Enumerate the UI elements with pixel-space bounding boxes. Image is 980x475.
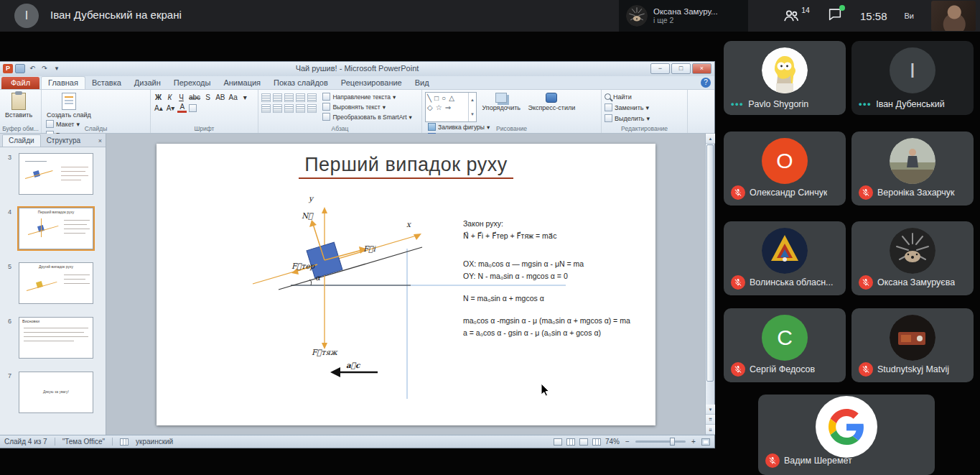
tab-transitions[interactable]: Переходы [167, 77, 218, 89]
tab-home[interactable]: Главная [41, 76, 85, 89]
scrollbar-thumb[interactable] [706, 144, 714, 382]
participant-tile[interactable]: O Олександр Синчук [724, 132, 846, 206]
shape-diamond-icon[interactable]: ◇ [427, 103, 433, 112]
participant-tile[interactable]: Studnytskyj Matvij [851, 308, 974, 382]
tab-view[interactable]: Вид [409, 77, 436, 89]
language-indicator[interactable]: украинский [136, 438, 173, 446]
fit-to-window-icon[interactable] [701, 438, 710, 446]
powerpoint-app-icon[interactable]: P [3, 64, 13, 73]
pane-tab-slides[interactable]: Слайди [2, 134, 41, 147]
align-center-icon[interactable] [273, 104, 282, 113]
tab-design[interactable]: Дизайн [128, 77, 167, 89]
increase-indent-icon[interactable] [296, 93, 305, 102]
align-right-icon[interactable] [284, 104, 294, 113]
shape-star-icon[interactable]: ☆ [436, 103, 442, 112]
zoom-in-button[interactable]: + [690, 438, 697, 446]
qat-dropdown-icon[interactable]: ▾ [52, 64, 62, 73]
tab-slideshow[interactable]: Показ слайдов [267, 77, 335, 89]
participant-tile[interactable]: Волинська обласн... [724, 221, 846, 295]
shape-rect-icon[interactable]: □ [434, 93, 439, 103]
slide-thumbnail-5[interactable]: Другий випадок руху [19, 262, 93, 304]
participant-tile[interactable]: C Сергій Федосов [724, 308, 846, 382]
select-button[interactable]: Выделить▾ [605, 114, 650, 123]
columns-icon[interactable] [307, 104, 317, 113]
scroll-up-button[interactable]: ▲ [706, 134, 715, 144]
find-button[interactable]: Найти [605, 92, 650, 101]
close-button[interactable]: × [692, 63, 711, 74]
grow-font-button[interactable]: А▴ [154, 104, 164, 112]
align-text-button[interactable]: Выровнять текст▾ [322, 102, 411, 111]
redo-icon[interactable]: ↷ [39, 64, 50, 73]
clear-formatting-icon[interactable] [189, 104, 197, 112]
pinned-participant-tile[interactable]: Оксана Замуру... і ще 2 [619, 0, 748, 32]
font-color-button[interactable]: А [177, 103, 187, 113]
align-left-icon[interactable] [261, 104, 271, 113]
spellcheck-icon[interactable] [120, 438, 129, 446]
arrange-button[interactable]: Упорядочить [480, 92, 523, 112]
tab-insert[interactable]: Вставка [85, 77, 128, 89]
shapes-gallery[interactable]: ╲ □ ○ △ ◇ ☆ ⇒ ▲ ▼ [425, 92, 477, 122]
undo-icon[interactable]: ↶ [27, 64, 37, 73]
italic-button[interactable]: К [165, 93, 174, 101]
slideshow-view-icon[interactable] [592, 438, 601, 446]
participant-tile[interactable]: Вадим Шеремет [758, 395, 935, 475]
shape-triangle-icon[interactable]: △ [449, 93, 454, 103]
tab-file[interactable]: Файл [1, 77, 39, 89]
new-slide-button[interactable]: Создать слайд [45, 92, 93, 119]
zoom-slider[interactable] [635, 441, 686, 443]
pane-tab-outline[interactable]: Структура [41, 135, 86, 147]
slide-thumbnail-6[interactable]: Висновки [19, 317, 93, 359]
char-spacing-button[interactable]: АВ [215, 93, 225, 101]
bullets-icon[interactable] [261, 93, 271, 102]
maximize-button[interactable]: □ [671, 63, 691, 74]
shrink-font-button[interactable]: А▾ [166, 104, 176, 112]
quick-styles-button[interactable]: Экспресс-стили [526, 92, 577, 112]
gallery-up-icon[interactable]: ▲ [470, 98, 475, 102]
zoom-out-button[interactable]: − [624, 438, 631, 446]
participant-tile[interactable]: I ••• Іван Дубенський [851, 41, 974, 115]
shape-circle-icon[interactable]: ○ [442, 93, 446, 103]
underline-button[interactable]: Ч [177, 93, 186, 101]
tab-animations[interactable]: Анимация [217, 77, 267, 89]
participant-tile[interactable]: Оксана Замуруєва [851, 221, 974, 295]
slide-thumbnail-7[interactable]: Дякую за увагу! [19, 372, 93, 413]
reading-view-icon[interactable] [579, 438, 588, 446]
minimize-button[interactable]: − [650, 63, 670, 74]
save-icon[interactable] [15, 64, 25, 73]
decrease-indent-icon[interactable] [284, 93, 294, 102]
normal-view-icon[interactable] [554, 438, 562, 446]
smartart-button[interactable]: Преобразовать в SmartArt▾ [322, 112, 411, 121]
participant-tile[interactable]: ••• Pavlo Shygorin [724, 41, 846, 115]
slide-thumbnail-4-selected[interactable]: Перший випадок руху [19, 208, 93, 249]
bold-button[interactable]: Ж [154, 93, 163, 101]
slide-editor[interactable]: Перший випадок руху [106, 134, 705, 435]
help-icon[interactable]: ? [701, 78, 711, 88]
zoom-slider-thumb[interactable] [670, 438, 675, 446]
slide-sorter-view-icon[interactable] [566, 438, 575, 446]
self-video-thumbnail[interactable] [931, 1, 976, 31]
ppt-titlebar[interactable]: P ↶ ↷ ▾ Чай рушив! - Microsoft PowerPoin… [0, 62, 714, 76]
gallery-down-icon[interactable]: ▼ [470, 112, 475, 116]
tab-review[interactable]: Рецензирование [335, 77, 409, 89]
justify-icon[interactable] [296, 104, 305, 113]
tile-menu-icon[interactable]: ••• [731, 101, 744, 108]
pane-close-icon[interactable]: × [98, 137, 102, 144]
next-slide-button[interactable]: ⇊ [706, 425, 715, 435]
numbering-icon[interactable] [273, 93, 282, 102]
scroll-down-button[interactable]: ▼ [706, 405, 715, 415]
shadow-button[interactable]: S [203, 93, 213, 101]
shape-line-icon[interactable]: ╲ [427, 93, 431, 103]
line-spacing-icon[interactable] [307, 93, 317, 102]
chat-button[interactable] [827, 6, 843, 25]
gallery-scroll[interactable]: ▲ ▼ [468, 93, 476, 121]
participant-tile[interactable]: Вероніка Захарчук [851, 132, 974, 206]
slide-thumbnail-3[interactable] [19, 153, 93, 195]
shape-arrow-icon[interactable]: ⇒ [445, 103, 451, 112]
previous-slide-button[interactable]: ⇈ [706, 415, 715, 425]
change-case-button[interactable]: Аа [228, 93, 238, 101]
vertical-scrollbar[interactable]: ▲ ▼ ⇈ ⇊ [705, 134, 714, 435]
paste-button[interactable]: Вставить [3, 92, 34, 119]
participants-button[interactable]: 14 [783, 7, 810, 24]
slide-canvas[interactable]: Перший випадок руху [157, 144, 655, 425]
tile-menu-icon[interactable]: ••• [859, 101, 872, 108]
